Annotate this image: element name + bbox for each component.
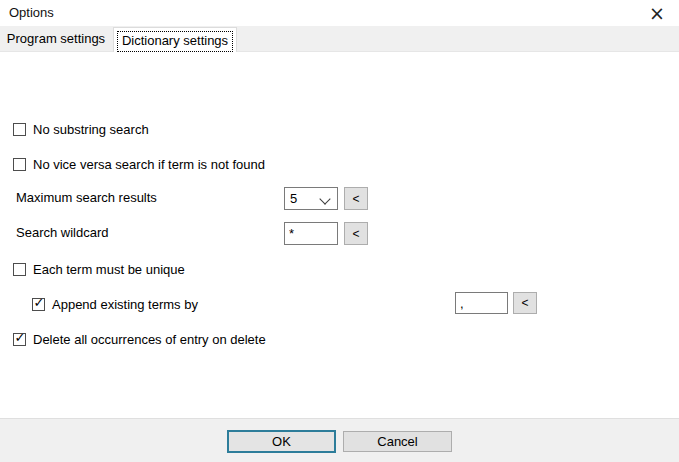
checkbox-append-existing-terms[interactable]: ✓: [32, 298, 45, 311]
option-each-term-unique[interactable]: Each term must be unique: [13, 262, 185, 277]
tab-label: Program settings: [7, 31, 105, 46]
checkbox-label-append-existing-terms: Append existing terms by: [52, 297, 198, 312]
option-no-substring-search[interactable]: No substring search: [13, 122, 149, 137]
checkbox-label-each-term-unique: Each term must be unique: [33, 262, 185, 277]
checkbox-label-delete-all-occurrences: Delete all occurrences of entry on delet…: [33, 332, 266, 347]
chevron-down-icon: [319, 193, 330, 204]
checkbox-no-vice-versa-search[interactable]: [13, 158, 26, 171]
append-separator-input[interactable]: [455, 292, 508, 314]
title-bar: Options ×: [0, 0, 679, 26]
tab-program-settings[interactable]: Program settings: [0, 26, 112, 52]
options-dialog: Options × Program settings Dictionary se…: [0, 0, 679, 462]
window-title: Options: [9, 5, 54, 20]
button-bar: OK Cancel: [0, 418, 679, 462]
max-results-combobox[interactable]: 5: [284, 187, 338, 210]
append-less-than-button[interactable]: <: [513, 292, 537, 314]
max-results-less-than-button[interactable]: <: [344, 187, 368, 210]
tab-dictionary-settings[interactable]: Dictionary settings: [113, 27, 237, 53]
label-search-wildcard: Search wildcard: [16, 225, 109, 241]
less-than-icon: <: [521, 296, 528, 310]
checkbox-no-substring-search[interactable]: [13, 123, 26, 136]
close-button[interactable]: ×: [640, 1, 674, 25]
tab-bar: Program settings Dictionary settings: [0, 26, 679, 52]
checkbox-each-term-unique[interactable]: [13, 263, 26, 276]
checkmark-icon: ✓: [13, 331, 27, 345]
wildcard-less-than-button[interactable]: <: [344, 222, 368, 245]
option-append-existing-terms[interactable]: ✓ Append existing terms by: [32, 297, 198, 312]
checkbox-delete-all-occurrences[interactable]: ✓: [13, 333, 26, 346]
cancel-button[interactable]: Cancel: [343, 431, 452, 452]
less-than-icon: <: [352, 227, 359, 241]
checkmark-icon: ✓: [32, 296, 46, 310]
option-delete-all-occurrences[interactable]: ✓ Delete all occurrences of entry on del…: [13, 332, 266, 347]
close-icon: ×: [649, 2, 665, 24]
checkbox-label-no-vice-versa-search: No vice versa search if term is not foun…: [33, 157, 265, 172]
option-no-vice-versa-search[interactable]: No vice versa search if term is not foun…: [13, 157, 265, 172]
search-wildcard-input[interactable]: [284, 222, 338, 245]
less-than-icon: <: [352, 192, 359, 206]
tab-label: Dictionary settings: [122, 33, 228, 48]
checkbox-label-no-substring-search: No substring search: [33, 122, 149, 137]
ok-button[interactable]: OK: [227, 430, 336, 453]
label-maximum-search-results: Maximum search results: [16, 190, 157, 206]
max-results-value: 5: [290, 191, 297, 206]
dictionary-settings-panel: No substring search No vice versa search…: [0, 52, 679, 418]
